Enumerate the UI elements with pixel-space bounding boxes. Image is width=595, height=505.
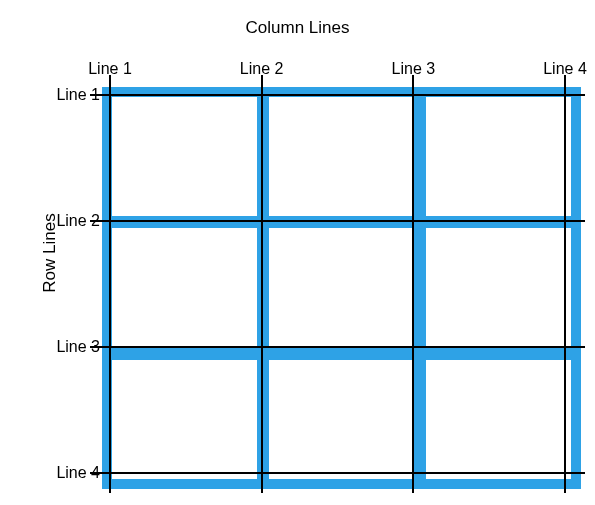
grid-cell — [269, 97, 414, 216]
grid-cell — [269, 360, 414, 479]
row-gridline — [90, 220, 585, 222]
grid-cell — [112, 360, 257, 479]
rows-axis-title: Row Lines — [10, 0, 89, 505]
grid-cell — [426, 97, 571, 216]
column-gridline — [564, 75, 566, 493]
column-gridline — [412, 75, 414, 493]
grid-cell — [112, 228, 257, 347]
row-gridline — [90, 472, 585, 474]
grid-container — [102, 87, 581, 489]
grid-cell — [426, 228, 571, 347]
column-gridline — [109, 75, 111, 493]
grid-cell — [269, 228, 414, 347]
grid-cell — [426, 360, 571, 479]
row-gridline — [90, 94, 585, 96]
column-gridline — [261, 75, 263, 493]
grid-cell — [112, 97, 257, 216]
row-gridline — [90, 346, 585, 348]
